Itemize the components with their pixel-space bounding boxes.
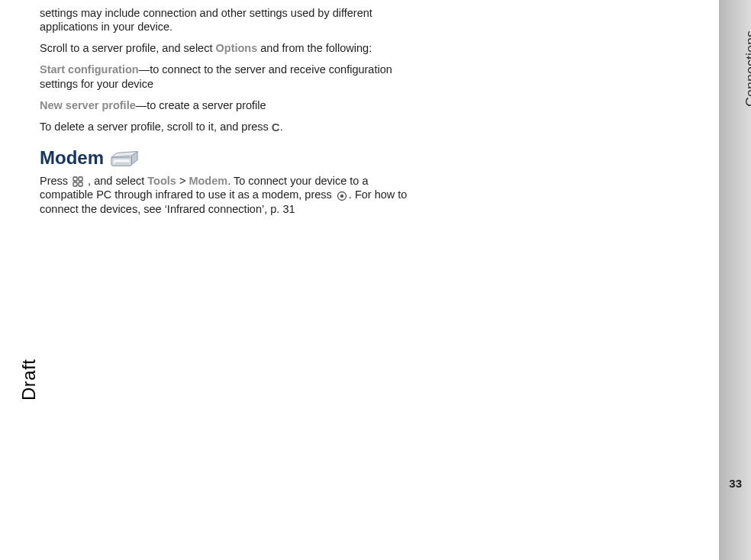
svg-rect-4 bbox=[79, 177, 82, 181]
clear-key-icon: C bbox=[272, 121, 280, 135]
text-run: and from the following: bbox=[257, 42, 372, 54]
text-run: Scroll to a server profile, and select bbox=[40, 42, 216, 54]
text-run: > bbox=[176, 175, 189, 187]
paragraph: Press , and select Tools > Modem. To con… bbox=[40, 174, 420, 215]
new-server-profile-label: New server profile bbox=[40, 99, 136, 111]
modem-heading: Modem bbox=[40, 146, 104, 169]
svg-rect-3 bbox=[73, 177, 77, 181]
modem-label: Modem bbox=[189, 175, 227, 187]
paragraph: Start configuration—to connect to the se… bbox=[40, 63, 420, 90]
options-label: Options bbox=[216, 42, 258, 54]
heading-row: Modem bbox=[40, 146, 420, 169]
select-key-icon bbox=[337, 191, 347, 201]
text-run: —to create a server profile bbox=[136, 99, 266, 111]
svg-rect-6 bbox=[79, 182, 82, 186]
body-text-column: settings may include connection and othe… bbox=[40, 6, 420, 224]
text-run: , and select bbox=[85, 175, 147, 187]
start-configuration-label: Start configuration bbox=[40, 63, 139, 76]
paragraph: Scroll to a server profile, and select O… bbox=[40, 41, 420, 55]
menu-key-icon bbox=[73, 176, 83, 187]
modem-icon bbox=[110, 146, 139, 169]
page-number: 33 bbox=[729, 477, 742, 490]
paragraph: New server profile—to create a server pr… bbox=[40, 98, 420, 112]
text-run: . bbox=[280, 121, 283, 133]
draft-watermark: Draft bbox=[18, 359, 40, 401]
section-label: Connections bbox=[743, 31, 751, 107]
svg-rect-5 bbox=[73, 182, 77, 186]
paragraph: settings may include connection and othe… bbox=[40, 6, 420, 34]
right-thumb-tab: Connections 33 bbox=[717, 0, 751, 560]
text-run: Press bbox=[40, 175, 71, 187]
svg-point-8 bbox=[340, 194, 343, 197]
text-run: To delete a server profile, scroll to it… bbox=[40, 121, 272, 133]
paragraph: To delete a server profile, scroll to it… bbox=[40, 120, 420, 135]
tools-label: Tools bbox=[147, 175, 176, 187]
